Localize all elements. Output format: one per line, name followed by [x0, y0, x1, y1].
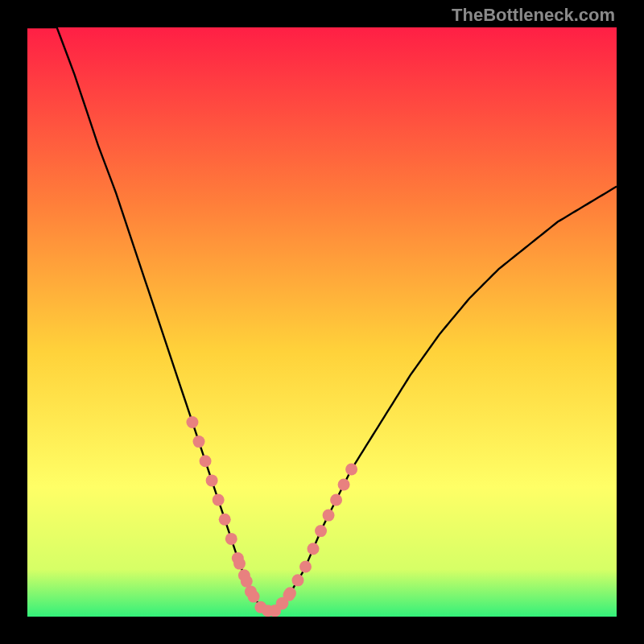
highlight-dot	[193, 436, 205, 448]
highlight-dot	[248, 591, 260, 603]
highlight-dot	[345, 464, 357, 476]
highlight-dot	[299, 561, 312, 573]
watermark-text: TheBottleneck.com	[452, 5, 615, 26]
highlight-dot	[200, 455, 212, 467]
highlight-dot	[219, 514, 231, 526]
highlight-dot	[283, 589, 295, 601]
highlight-dot	[323, 510, 335, 522]
highlight-dot	[233, 558, 246, 570]
highlight-dot	[213, 494, 225, 506]
highlight-dot	[186, 416, 198, 428]
chart-svg	[0, 0, 644, 644]
highlight-dot	[330, 494, 342, 506]
figure-root: { "watermark": "TheBottleneck.com", "lay…	[0, 0, 644, 644]
highlight-dot	[291, 574, 303, 586]
highlight-dot	[338, 479, 350, 491]
highlight-dot	[206, 474, 218, 486]
highlight-dot	[241, 576, 253, 588]
highlight-dot	[308, 543, 320, 555]
highlight-dot	[225, 533, 237, 545]
highlight-dot	[315, 525, 327, 537]
